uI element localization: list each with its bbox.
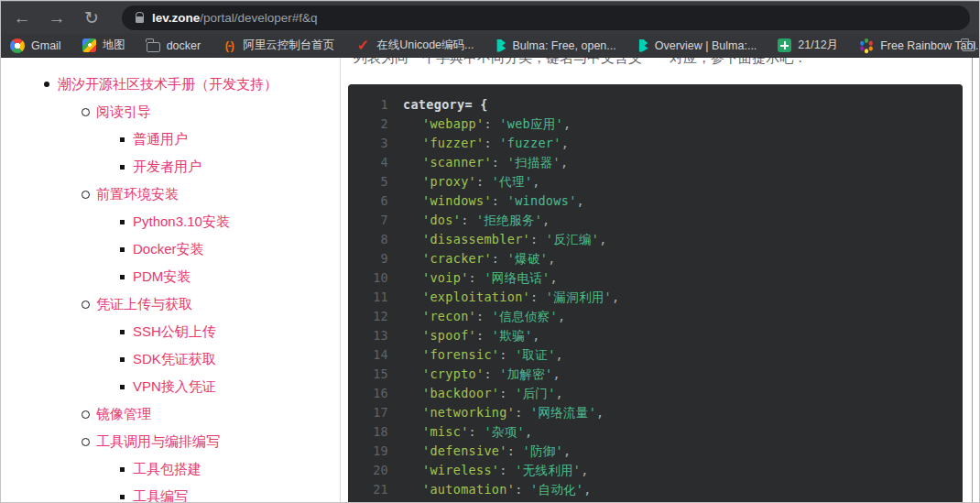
sidebar-nav: 潮汐开源社区技术手册（开发支持） 阅读引导 普通用户 开发者用户 — [1, 58, 341, 502]
code-declaration: category= { — [403, 95, 488, 115]
bookmarks-bar: Gmail 地图 docker 阿里云控制台首页 在线Unicode编码... — [1, 34, 979, 58]
dict-key: 'exploitation' — [422, 290, 530, 304]
line-number: 1 — [363, 95, 388, 115]
code-line: 9'cracker': '爆破', — [363, 249, 953, 268]
nav-link[interactable]: Python3.10安装 — [133, 213, 230, 231]
code-entry: 'exploitation': '漏洞利用', — [403, 288, 619, 307]
list-bullet-icon — [78, 410, 93, 419]
dict-value: '反汇编' — [546, 232, 599, 246]
dict-key: 'windows' — [422, 193, 492, 208]
list-bullet-icon — [114, 357, 129, 362]
dict-key: 'wireless' — [422, 463, 499, 477]
nav-link[interactable]: VPN接入凭证 — [133, 378, 216, 396]
line-number: 17 — [363, 403, 388, 422]
dict-value: '无线利用' — [515, 463, 581, 477]
bookmark-item[interactable]: 阿里云控制台首页 — [222, 38, 334, 53]
dict-key: 'proxy' — [422, 174, 476, 189]
list-bullet-icon — [114, 220, 129, 224]
gmail-icon — [10, 38, 25, 53]
bookmark-label: docker — [167, 39, 201, 52]
nav-item: 工具包搭建 — [1, 455, 340, 483]
code-entry: 'disassembler': '反汇编', — [403, 230, 607, 249]
line-number: 7 — [363, 211, 388, 230]
nav-item: 普通用户 — [1, 126, 340, 153]
nav-item: 工具调用与编排编写 — [1, 428, 340, 455]
nav-list: 潮汐开源社区技术手册（开发支持） 阅读引导 普通用户 开发者用户 — [1, 71, 340, 502]
dict-key: 'dos' — [422, 213, 461, 227]
dict-value: '拒绝服务' — [476, 213, 542, 227]
nav-item: 凭证上传与获取 — [1, 290, 340, 318]
nav-link[interactable]: 前置环境安装 — [96, 186, 179, 203]
nav-link[interactable]: 阅读引导 — [96, 104, 151, 121]
list-bullet-icon — [114, 275, 129, 279]
nav-link[interactable]: 工具包搭建 — [133, 461, 201, 478]
list-bullet-icon — [114, 247, 129, 252]
code-line: 4'scanner': '扫描器', — [363, 153, 953, 172]
line-number: 18 — [363, 422, 388, 442]
line-number: 8 — [363, 230, 388, 249]
dict-value: '网络电话' — [484, 270, 550, 285]
dict-value: '防御' — [523, 443, 563, 458]
bookmarks-overflow[interactable] — [962, 38, 975, 51]
code-line: 20'wireless': '无线利用', — [363, 461, 953, 480]
nav-link[interactable]: 工具编写 — [133, 488, 188, 503]
dict-key: 'cracker' — [422, 251, 492, 266]
bookmark-item[interactable]: 在线Unicode编码... — [355, 38, 474, 53]
bookmark-item[interactable]: 地图 — [82, 38, 125, 53]
list-bullet-icon — [114, 495, 129, 499]
browser-toolbar: ← → ↻ lev.zone/portal/developer#f&q — [1, 1, 979, 34]
nav-link[interactable]: 开发者用户 — [133, 159, 201, 176]
line-number: 11 — [363, 288, 388, 307]
bookmark-item[interactable]: 21/12月 — [778, 38, 838, 53]
bookmark-item[interactable]: docker — [147, 39, 201, 52]
nav-link[interactable]: 工具调用与编排编写 — [96, 433, 220, 451]
bookmark-item[interactable]: Bulma: Free, open... — [495, 39, 615, 52]
rainbow-dots-icon — [859, 38, 874, 53]
line-number: 20 — [363, 461, 388, 480]
page-scrollbar[interactable] — [972, 58, 973, 502]
nav-link[interactable]: PDM安装 — [133, 268, 191, 286]
nav-link[interactable]: 凭证上传与获取 — [96, 296, 192, 313]
nav-link[interactable]: SSH公钥上传 — [133, 323, 216, 341]
code-line: 10'voip': '网络电话', — [363, 268, 953, 288]
page-content: 潮汐开源社区技术手册（开发支持） 阅读引导 普通用户 开发者用户 — [1, 58, 979, 502]
back-button[interactable]: ← — [12, 9, 32, 27]
dict-value: '网络流量' — [530, 405, 596, 420]
list-bullet-icon — [78, 438, 93, 446]
code-line: 12'recon': '信息侦察', — [363, 307, 953, 326]
bookmark-label: Gmail — [31, 39, 61, 52]
code-line: 5'proxy': '代理', — [363, 172, 953, 191]
bookmark-item[interactable]: Overview | Bulma:... — [637, 39, 757, 52]
clipped-intro-text: 列表为同一个字典中不同分类，键名与中文含义一一对应，参下面提示吧： — [354, 58, 963, 72]
nav-link[interactable]: 普通用户 — [133, 131, 188, 148]
address-bar[interactable]: lev.zone/portal/developer#f&q — [122, 5, 970, 30]
code-entry: 'proxy': '代理', — [403, 172, 540, 191]
dict-key: 'networking' — [422, 405, 515, 420]
nav-link[interactable]: SDK凭证获取 — [133, 351, 216, 368]
dict-value: '自动化' — [530, 482, 583, 497]
line-number: 19 — [363, 442, 388, 461]
dict-key: 'webapp' — [422, 116, 484, 131]
code-entries: 2'webapp': 'web应用', 3'fuzzer': 'fuzzer',… — [363, 115, 953, 499]
dict-key: 'backdoor' — [422, 386, 499, 400]
dict-value: '代理' — [492, 174, 532, 189]
nav-item: PDM安装 — [1, 263, 340, 290]
bookmark-item[interactable]: Gmail — [10, 38, 61, 53]
reload-button[interactable]: ↻ — [82, 9, 102, 27]
list-bullet-icon — [78, 108, 93, 116]
bulma-icon — [637, 39, 648, 52]
nav-item: SDK凭证获取 — [1, 345, 340, 373]
line-number: 16 — [363, 384, 388, 403]
nav-link[interactable]: 潮汐开源社区技术手册（开发支持） — [58, 76, 278, 93]
code-line: 21'automation': '自动化', — [363, 480, 953, 499]
bookmark-label: 阿里云控制台首页 — [243, 38, 334, 53]
dict-value: '杂项' — [484, 424, 524, 439]
nav-link[interactable]: Docker安装 — [133, 241, 204, 258]
code-block[interactable]: 1category= { 2'webapp': 'web应用', 3'fuzze… — [348, 84, 963, 502]
forward-button[interactable]: → — [47, 9, 67, 27]
main-content: 列表为同一个字典中不同分类，键名与中文含义一一对应，参下面提示吧： 1categ… — [341, 58, 979, 502]
line-number: 6 — [363, 191, 388, 211]
line-number: 14 — [363, 345, 388, 365]
nav-link[interactable]: 镜像管理 — [96, 406, 151, 423]
code-entry: 'cracker': '爆破', — [403, 249, 556, 268]
